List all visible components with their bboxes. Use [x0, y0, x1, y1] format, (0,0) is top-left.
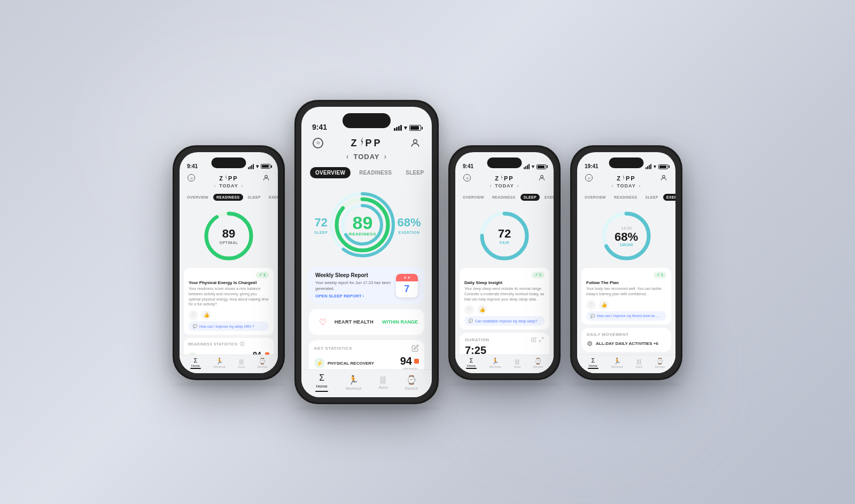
tab-readiness-2[interactable]: READINESS — [354, 167, 397, 178]
status-icons-3: ▾ — [524, 164, 546, 169]
time-2: 9:41 — [312, 123, 327, 131]
chat-suggestion-4[interactable]: 💬 How can I improve my fitness level as … — [586, 311, 666, 321]
card-badge-4: ✓ 1 — [586, 272, 666, 278]
nav-home-2[interactable]: Σ Home — [315, 373, 328, 392]
date-label-3: TODAY — [495, 183, 514, 188]
tab-exertion-1[interactable]: EXERTION — [266, 194, 278, 201]
heart-health-card: ♡ HEART HEALTH WITHIN RANGE — [309, 309, 424, 335]
wifi-icon-3: ▾ — [532, 164, 534, 169]
nav-aura-1[interactable]: ||| Aura — [238, 358, 245, 368]
card-body-1: Your readiness score shows a nice balanc… — [189, 286, 269, 307]
score-number-3: 72 — [498, 228, 511, 240]
home-icon-2: Σ — [319, 373, 324, 383]
tab-sleep-4[interactable]: SLEEP — [642, 194, 662, 201]
tab-overview-2[interactable]: OVERVIEW — [310, 167, 351, 178]
exertion-pct: 68% — [615, 231, 638, 243]
nav-workout-3[interactable]: 🏃 Workout — [489, 358, 501, 368]
center-ring-wrap: 89 READINESS — [328, 190, 397, 259]
tab-overview-4[interactable]: OVERVIEW — [581, 194, 609, 201]
like-icon-4[interactable]: 👍 — [599, 300, 609, 310]
tab-readiness-1[interactable]: READINESS — [213, 194, 243, 201]
workout-icon-3: 🏃 — [492, 358, 499, 365]
nav-next-1[interactable]: › — [242, 184, 244, 188]
home-icon-4: Σ — [591, 357, 595, 364]
nav-next-4[interactable]: › — [639, 184, 641, 188]
nav-device-2[interactable]: ⌚ Device — [405, 375, 417, 391]
tab-sleep-2[interactable]: SLEEP — [400, 167, 429, 178]
left-score: 72 SLEEP — [314, 216, 328, 234]
nav-device-1[interactable]: ⌚ Device — [258, 358, 267, 368]
edit-icon-dur[interactable] — [531, 337, 537, 342]
right-score: 68% EXERTION — [397, 216, 421, 234]
dynamic-island-3 — [487, 158, 522, 168]
nav-device-4[interactable]: ⌚ Device — [655, 358, 665, 368]
phones-container: 9:41 ▾ ⊙ — [173, 100, 682, 404]
tab-overview-3[interactable]: OVERVIEW — [460, 194, 487, 201]
app-logo-4: ZPP — [617, 175, 635, 182]
right-score-num: 68% — [397, 216, 421, 230]
device-icon-4: ⌚ — [656, 358, 664, 365]
tab-sleep-1[interactable]: SLEEP — [245, 194, 264, 201]
tab-overview-1[interactable]: OVERVIEW — [184, 194, 212, 201]
chat-text-3: Can meditation improve my deep sleep? — [475, 319, 537, 323]
nav-aura-2[interactable]: ||| Aura — [378, 375, 387, 390]
screen-content-3: 72 FAIR ✓ 1 Daily Sleep Insight Your dee… — [455, 203, 554, 355]
sleep-report-link[interactable]: OPEN SLEEP REPORT › — [315, 294, 396, 298]
like-icon-3[interactable]: 👍 — [477, 305, 487, 314]
chat-suggestion-3[interactable]: 💬 Can meditation improve my deep sleep? — [464, 316, 545, 326]
tab-exertion-4[interactable]: EXERTION — [663, 194, 675, 201]
app-logo-2: ZPP — [351, 137, 382, 149]
nav-prev-4[interactable]: ‹ — [612, 184, 614, 188]
nav-workout-2[interactable]: 🏃 Workout — [345, 375, 361, 391]
nav-aura-4[interactable]: ||| Aura — [635, 358, 642, 368]
bottom-nav-3: Σ Home 🏃 Workout ||| Aura ⌚ Device — [455, 355, 554, 373]
nav-next-2[interactable]: › — [384, 152, 387, 161]
expand-icon-dur[interactable] — [539, 337, 544, 342]
bottom-nav-2: Σ Home 🏃 Workout ||| Aura ⌚ Device — [301, 369, 432, 397]
dynamic-island-2 — [343, 113, 391, 128]
nav-home-1[interactable]: Σ Home — [190, 357, 201, 369]
phone-overview: 9:41 ▾ — [294, 100, 439, 404]
tab-sleep-3[interactable]: SLEEP — [520, 194, 540, 201]
nav-workout-4[interactable]: 🏃 Workout — [611, 358, 623, 368]
nav-device-3[interactable]: ⌚ Device — [533, 358, 543, 368]
nav-aura-3[interactable]: ||| Aura — [514, 358, 520, 368]
card-icons-4: ♡ 👍 — [586, 300, 666, 310]
daily-movement-header: DAILY MOVEMENT — [587, 332, 666, 337]
stat-icon-2: ⚡ — [314, 358, 325, 368]
nav-prev-3[interactable]: ‹ — [490, 184, 492, 188]
signal-bars-3 — [524, 164, 530, 169]
statistics-section-1: READINESS STATISTICS ⓘ ⚡ PHYSICAL RECOVE… — [184, 338, 274, 355]
date-label-4: TODAY — [617, 183, 636, 188]
dislike-icon-3[interactable]: ♡ — [464, 305, 474, 314]
nav-home-3[interactable]: Σ Home — [466, 357, 477, 369]
chat-suggestion-1[interactable]: 💬 How can I improve my sleep HRV ? — [189, 321, 269, 331]
edit-icon[interactable] — [411, 344, 419, 352]
nav-home-4[interactable]: Σ Home — [588, 357, 598, 369]
center-score-text: 89 READINESS — [349, 214, 376, 237]
like-icon-1[interactable]: 👍 — [201, 310, 211, 320]
score-ring-container-3: 72 FAIR — [460, 205, 549, 265]
dislike-icon-4[interactable]: ♡ — [586, 300, 596, 310]
chat-text-4: How can I improve my fitness level as ..… — [597, 314, 659, 318]
signal-bars-2 — [394, 125, 402, 131]
score-label-1: OPTIMAL — [220, 241, 238, 245]
score-ring-text-3: 72 FAIR — [498, 228, 511, 245]
signal-bars-1 — [248, 164, 254, 169]
nav-next-3[interactable]: › — [517, 184, 519, 188]
nav-prev-1[interactable]: ‹ — [214, 184, 216, 188]
movement-text: ALL-DAY DAILY ACTIVITIES +6 — [596, 341, 658, 346]
svg-point-10 — [541, 175, 543, 178]
zepp-compass-icon-1: ⊙ — [187, 174, 196, 182]
aura-icon-4: ||| — [636, 358, 641, 365]
aura-icon-2: ||| — [380, 375, 386, 384]
tab-readiness-4[interactable]: READINESS — [611, 194, 641, 201]
nav-workout-1[interactable]: 🏃 Workout — [214, 358, 226, 368]
score-ring-text-4: 14:25 68% 136/200 — [615, 226, 638, 247]
dislike-icon-1[interactable]: ♡ — [189, 310, 198, 320]
sleep-report-title: Weekly Sleep Report — [315, 272, 396, 278]
app-header-3: ⊙ ZPP ‹ TODAY › — [455, 171, 554, 194]
nav-prev-2[interactable]: ‹ — [346, 152, 349, 161]
tab-exertion-3[interactable]: EXERTION — [541, 194, 554, 201]
tab-readiness-3[interactable]: READINESS — [489, 194, 519, 201]
